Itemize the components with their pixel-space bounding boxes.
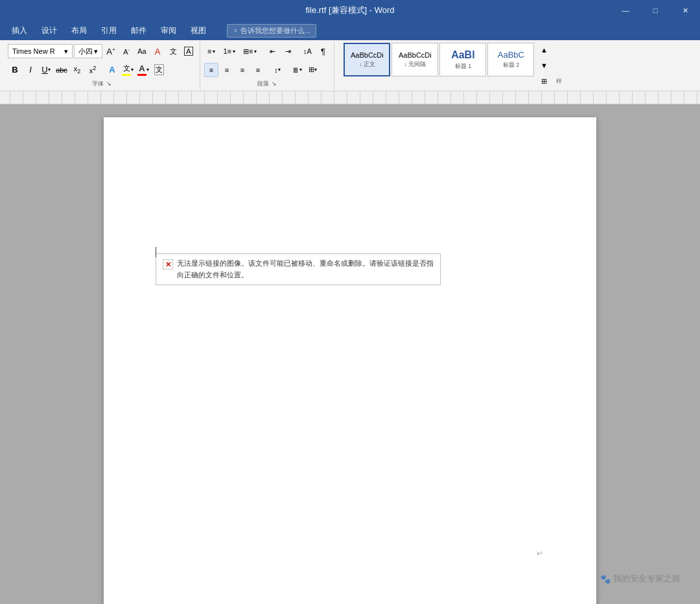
menu-references[interactable]: 引用 <box>95 23 123 39</box>
maximize-button[interactable]: □ <box>640 0 670 21</box>
menu-review[interactable]: 审阅 <box>154 23 183 39</box>
font-name-dropdown[interactable]: Times New R ▾ <box>8 44 73 58</box>
menu-design[interactable]: 设计 <box>35 23 64 39</box>
window-title: file.rtf [兼容模式] - Word <box>306 5 395 16</box>
gallery-more-button[interactable]: ⊞ <box>537 74 551 88</box>
case-icon: Aa <box>137 47 146 55</box>
underline-button[interactable]: U ▾ <box>39 63 53 77</box>
font-name-chevron: ▾ <box>64 47 68 56</box>
menu-view[interactable]: 视图 <box>184 23 213 39</box>
font-group-label: 字体 ↘ <box>8 78 196 88</box>
bullets-icon: ≡ <box>207 47 211 55</box>
search-box[interactable]: ♀ 告诉我您想要做什么... <box>227 24 316 38</box>
menu-mail[interactable]: 邮件 <box>124 23 153 39</box>
font-grow-icon: A+ <box>106 47 115 56</box>
minimize-button[interactable]: — <box>611 0 640 21</box>
align-center-button[interactable]: ≡ <box>220 63 234 77</box>
italic-button[interactable]: I <box>23 63 38 77</box>
title-bar: file.rtf [兼容模式] - Word — □ ✕ <box>0 0 700 21</box>
sort-button[interactable]: ↕A <box>300 44 314 58</box>
numbering-button[interactable]: 1≡ ▾ <box>220 44 239 58</box>
decrease-indent-button[interactable]: ⇤ <box>265 44 279 58</box>
increase-indent-icon: ⇥ <box>285 47 291 56</box>
paragraph-mark: ↵ <box>537 549 543 558</box>
underline-dropdown[interactable]: ▾ <box>48 67 51 73</box>
superscript-button[interactable]: x2 <box>86 63 100 77</box>
shading-button[interactable]: 🗏 ▾ <box>290 63 304 77</box>
numbering-dropdown[interactable]: ▾ <box>233 49 235 54</box>
horizontal-ruler <box>0 91 700 104</box>
font-color-button[interactable]: A ▾ <box>136 63 150 77</box>
style-heading1[interactable]: AaBl 标题 1 <box>439 43 486 76</box>
subscript-icon: x2 <box>74 65 81 75</box>
multilevel-list-button[interactable]: ⊞≡ ▾ <box>240 44 260 58</box>
menu-layout[interactable]: 布局 <box>65 23 93 39</box>
styles-group: AaBbCcDi ↓ 正文 AaBbCcDi ↓ 无间隔 AaBl 标题 1 A… <box>334 41 566 89</box>
font-shrink-icon: A- <box>123 47 130 56</box>
paragraph-group-expand[interactable]: ↘ <box>272 80 277 87</box>
justify-button[interactable]: ≡ <box>251 63 265 77</box>
font-size-decrease-button[interactable]: A- <box>119 44 134 58</box>
change-case-button[interactable]: Aa <box>135 44 149 58</box>
paragraph-controls-bottom: ≡ ≡ ≡ ≡ ↕ ▾ 🗏 ▾ ⊞ ▾ <box>204 62 330 79</box>
font-size-chevron: ▾ <box>94 47 98 56</box>
increase-indent-button[interactable]: ⇥ <box>281 44 295 58</box>
highlight-dropdown[interactable]: ▾ <box>131 67 134 73</box>
align-right-icon: ≡ <box>240 66 244 74</box>
ribbon: Times New R ▾ 小四 ▾ A+ A- Aa A 文 <box>0 40 700 91</box>
show-marks-icon: ¶ <box>321 47 325 56</box>
shading-icon: 🗏 <box>292 66 299 74</box>
align-left-button[interactable]: ≡ <box>204 63 218 77</box>
char-border-button[interactable]: A <box>181 44 196 58</box>
line-spacing-button[interactable]: ↕ ▾ <box>270 63 285 77</box>
window-controls[interactable]: — □ ✕ <box>611 0 700 21</box>
superscript-icon: x2 <box>89 65 97 75</box>
style-normal-preview: AaBbCcDi <box>351 51 384 59</box>
strikethrough-icon: abc <box>56 66 67 74</box>
font-group-expand[interactable]: ↘ <box>106 80 111 87</box>
underline-icon: U <box>41 65 47 75</box>
close-button[interactable]: ✕ <box>670 0 700 21</box>
watermark-text: 我的安全专家之路 <box>613 573 681 585</box>
borders-button[interactable]: ⊞ ▾ <box>305 63 320 77</box>
font-controls-bottom: B I U ▾ abc x2 x2 A 文 <box>8 62 196 79</box>
line-spacing-dropdown[interactable]: ▾ <box>278 67 281 73</box>
font-color-dropdown[interactable]: ▾ <box>146 67 149 73</box>
bold-button[interactable]: B <box>8 63 22 77</box>
font-color-icon: A <box>137 64 146 76</box>
styles-gallery: AaBbCcDi ↓ 正文 AaBbCcDi ↓ 无间隔 AaBl 标题 1 A… <box>344 43 534 88</box>
borders-dropdown[interactable]: ▾ <box>314 67 317 73</box>
clear-format-button[interactable]: A <box>150 44 165 58</box>
text-effect-button[interactable]: A <box>105 63 119 77</box>
gallery-down-button[interactable]: ▼ <box>537 58 551 73</box>
multilevel-dropdown[interactable]: ▾ <box>254 49 257 54</box>
bullets-button[interactable]: ≡ ▾ <box>204 44 218 58</box>
document-page[interactable]: ✕ 无法显示链接的图像。该文件可能已被移动、重命名或删除。请验证该链接是否指向正… <box>104 117 596 604</box>
style-heading2[interactable]: AaBbC 标题 2 <box>487 43 534 76</box>
text-effect-icon: A <box>109 65 115 75</box>
highlight-color-button[interactable]: 文 ▾ <box>121 63 135 77</box>
char-shading-button[interactable]: 文 <box>152 63 166 77</box>
subscript-button[interactable]: x2 <box>70 63 84 77</box>
ruler-marks <box>10 91 700 104</box>
shading-dropdown[interactable]: ▾ <box>299 67 302 73</box>
gallery-up-button[interactable]: ▲ <box>537 43 551 57</box>
search-icon: ♀ <box>233 27 238 34</box>
phonetic-guide-button[interactable]: 文 <box>166 44 180 58</box>
document-area: ✕ 无法显示链接的图像。该文件可能已被移动、重命名或删除。请验证该链接是否指向正… <box>0 104 700 604</box>
font-size-dropdown[interactable]: 小四 ▾ <box>74 44 102 58</box>
font-controls-top: Times New R ▾ 小四 ▾ A+ A- Aa A 文 <box>8 43 196 60</box>
style-normal[interactable]: AaBbCcDi ↓ 正文 <box>344 43 390 76</box>
borders-icon: ⊞ <box>309 65 314 74</box>
strikethrough-button[interactable]: abc <box>54 63 69 77</box>
font-group: Times New R ▾ 小四 ▾ A+ A- Aa A 文 <box>4 41 200 89</box>
style-h1-preview: AaBl <box>451 49 474 61</box>
bullets-dropdown[interactable]: ▾ <box>213 49 215 54</box>
menu-insert[interactable]: 插入 <box>5 23 34 39</box>
style-no-space[interactable]: AaBbCcDi ↓ 无间隔 <box>391 43 438 76</box>
font-size-increase-button[interactable]: A+ <box>104 44 118 58</box>
align-center-icon: ≡ <box>225 66 229 74</box>
show-marks-button[interactable]: ¶ <box>316 44 330 58</box>
align-right-button[interactable]: ≡ <box>235 63 250 77</box>
broken-image-icon: ✕ <box>163 259 173 270</box>
